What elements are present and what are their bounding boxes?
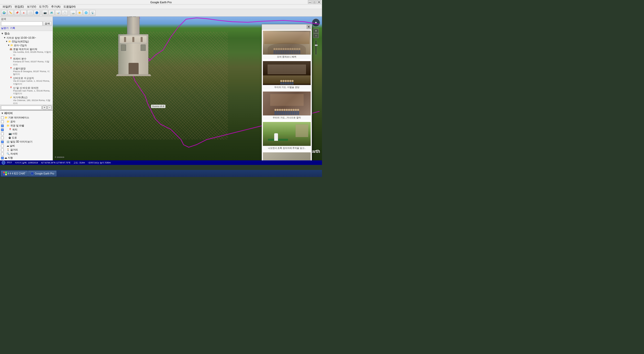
layer-roads[interactable]: 🛣 도로 [0, 136, 53, 140]
layer-check-street[interactable] [1, 149, 4, 151]
layer-label-detail: 🔍 자세히 [5, 152, 18, 156]
menu-edit[interactable]: 편집(E) [13, 5, 25, 9]
add-place-btn[interactable]: + [43, 106, 47, 110]
zoom-out-btn[interactable]: − [313, 33, 319, 38]
tilt-slider[interactable] [315, 40, 317, 55]
places-label-ostia: 저가두(축신) Via Ostense, 180, 00154 Roma, 이탈… [13, 96, 52, 105]
places-item-spagna[interactable]: 📍 스팔이광장 Piazza di Sesagna, 00187 Roma, 이… [0, 67, 53, 76]
layer-check-3d[interactable]: ✓ [1, 141, 4, 143]
svg-rect-3 [3, 172, 5, 173]
remove-place-btn[interactable]: − [48, 106, 52, 110]
photo-caption-1: 모여 뭉쳐보니 쌔퀴 [263, 55, 311, 59]
layer-check-weather[interactable] [1, 145, 4, 147]
layer-street[interactable]: 🚶 걸거리 [0, 148, 53, 152]
layer-check-borders[interactable]: ✓ [1, 124, 4, 127]
search-input[interactable] [1, 21, 43, 26]
layer-location[interactable]: ✓ 📍 위치 [0, 128, 53, 132]
layer-check-terrain[interactable]: ✓ [1, 157, 4, 159]
menu-file[interactable]: 파일(F) [1, 5, 13, 9]
taskbar-text: 4 4 4 822 CHAT [8, 172, 25, 175]
fly-to-label[interactable]: 날겠기 [1, 26, 9, 30]
history-label[interactable]: 기록 [10, 26, 15, 30]
toolbar-btn-8[interactable]: 🗺️ [49, 10, 55, 16]
places-item-hotel[interactable]: 🏨 호텔 메르치피 팔리채 Via Aurelia, 619, 00185 Ro… [0, 47, 53, 57]
places-item-trevi[interactable]: 📍 트레비 분수 Fontana di Trevi, 00187 Roma, 이… [0, 57, 53, 66]
layer-database[interactable]: 📁 기본 데이터베이스 [0, 116, 53, 120]
toolbar-btn-4[interactable]: 🔺 [21, 10, 27, 16]
menu-help[interactable]: 도움말(H) [62, 5, 77, 9]
menu-view[interactable]: 보기(V) [25, 5, 38, 9]
places-item-rome[interactable]: ▼ 📁 로마~2일차 [0, 43, 53, 47]
tilt-thumb[interactable] [315, 45, 318, 46]
places-item-ostia[interactable]: ⚡ 저가두(축신) Via Ostense, 180, 00154 Roma, … [0, 96, 53, 105]
toolbar-btn-5[interactable]: ⬜ [27, 10, 33, 16]
photo-thumb-4[interactable] [263, 122, 311, 146]
lightning-icon: ⚡ [10, 96, 12, 99]
layer-3d[interactable]: ✓ 🏢 빌딩 3D 이미지보기 [0, 140, 53, 144]
bottom-status-bar: 2013 이미지 날짜: 10/8/2019 42°42'58.34"N 12°… [0, 160, 322, 165]
layer-check-database[interactable] [1, 116, 4, 119]
compass[interactable]: ✦ [312, 19, 320, 27]
toolbar-btn-7[interactable]: 📷 [42, 10, 48, 16]
places-item-basilica[interactable]: 📍 산 말 산 바오로 대석전 Piazzale San Paolo, 1, 0… [0, 86, 53, 96]
photo-panel-close-btn[interactable]: ✕ [307, 25, 311, 29]
photo-thumb-2[interactable] [263, 61, 311, 85]
minimize-btn[interactable]: — [308, 0, 312, 4]
window-controls[interactable]: — □ ✕ [308, 0, 321, 4]
places-label-rome: 로마~2일차 [14, 44, 52, 47]
photo-thumb-3[interactable] [263, 92, 311, 115]
layer-label-photos: 📷 사진 [5, 132, 17, 136]
photo-caption-3: 우리의 가도...가냐으로 찰칵 [263, 115, 311, 120]
earth-icon [2, 161, 6, 165]
cathedral-3d [118, 34, 148, 74]
ge-taskbar-icon [30, 172, 34, 175]
toolbar-btn-14[interactable]: 📡 [90, 10, 96, 16]
photo-thumb-5[interactable] [263, 152, 311, 160]
zoom-in-btn[interactable]: + [313, 29, 319, 33]
map-area[interactable]: Duomo di di ✦ + − 530m © 2020GS [53, 17, 322, 160]
layers-header: ▼ 레이어 [0, 111, 53, 116]
layer-check-photos[interactable] [1, 132, 4, 135]
toolbar-btn-2[interactable]: ✏️ [8, 10, 14, 16]
toolbar-btn-11[interactable]: 🏔️ [70, 10, 76, 16]
layer-label-location: 📍 위치 [5, 128, 17, 131]
places-item-date-travel[interactable]: ▼ 지하로 탑방 10:00~10:36~ [0, 36, 53, 40]
status-elevation: 고도: 314m [73, 161, 85, 164]
taskbar-start-btn[interactable]: 4 4 4 822 CHAT [1, 171, 28, 176]
taskbar-ge-btn[interactable]: Google Earth Pro [28, 171, 56, 176]
menu-tools[interactable]: 도구(T) [37, 5, 50, 9]
toolbar-btn-9[interactable]: 📊 [55, 10, 61, 16]
layer-check-gongja[interactable] [1, 120, 4, 123]
layer-weather[interactable]: ☁ 날씨 [0, 144, 53, 148]
photo-thumb-1[interactable] [263, 31, 311, 55]
layer-borders[interactable]: ✓ 📁 국경 및 라벨 [0, 124, 53, 128]
layer-terrain[interactable]: ✓ ⛰ 지형 [0, 156, 53, 160]
places-item-day3[interactable]: ▼ 📁 03일차(4/23일) [0, 40, 53, 43]
places-label-san-paolo: 산바오로 수교성지 Via di Acque Salvie, 1, 00142 … [13, 76, 52, 85]
toolbar-btn-6[interactable]: 🔵 [34, 10, 40, 16]
layer-check-detail[interactable] [1, 153, 4, 155]
app-title: Google Earth Pro [150, 1, 172, 4]
photo-panel-content[interactable]: 모여 뭉쳐보니 쌔퀴 우리의 가도 [262, 30, 312, 160]
layer-check-roads[interactable] [1, 137, 4, 139]
photo-people-3 [264, 111, 309, 115]
toolbar-btn-13[interactable]: 🌐 [83, 10, 89, 16]
close-btn[interactable]: ✕ [317, 0, 321, 4]
toolbar-btn-10[interactable]: ⏱️ [62, 10, 68, 16]
status-coords: 42°42'58.34"N 12°06'47.73"E [41, 161, 70, 164]
folder-icon-2: ▼ 📁 [6, 40, 11, 43]
toolbar-btn-3[interactable]: 📌 [14, 10, 20, 16]
places-label-spagna: 스팔이광장 Piazza di Sesagna, 00187 Roma, 이탈리… [13, 67, 52, 76]
places-search-input[interactable] [1, 106, 42, 110]
layer-gongja[interactable]: 📁 공자 [0, 120, 53, 124]
toolbar-btn-1[interactable]: 🌍 [1, 10, 7, 16]
search-button[interactable]: 검색 [43, 21, 52, 26]
menu-add[interactable]: 추가(A) [50, 5, 62, 9]
toolbar-btn-12[interactable]: ☀️ [76, 10, 83, 16]
maximize-btn[interactable]: □ [312, 0, 316, 4]
layer-photos[interactable]: 📷 사진 [0, 132, 53, 136]
layer-check-location[interactable]: ✓ [1, 128, 4, 131]
places-item-san-paolo[interactable]: 📍 산바오로 수교성지 Via di Acque Salvie, 1, 0014… [0, 76, 53, 86]
photo-people-2 [264, 82, 309, 84]
layer-detail[interactable]: 🔍 자세히 [0, 152, 53, 156]
